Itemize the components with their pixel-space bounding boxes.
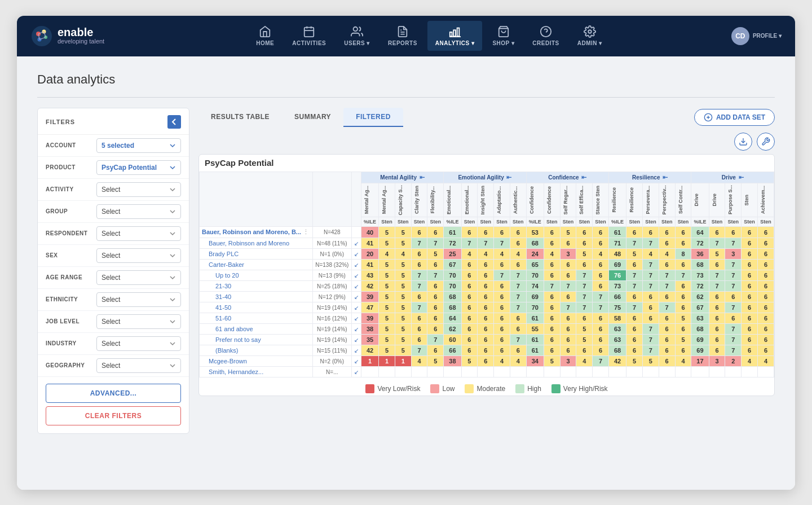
- account-link[interactable]: (Blanks): [215, 347, 238, 354]
- svg-point-23: [588, 30, 592, 33]
- table-row: Prefer not to sayN=19 (14%)↙355567606667…: [200, 335, 774, 345]
- score-cell: [643, 367, 659, 377]
- score-cell: 6: [478, 356, 494, 367]
- tab-summary[interactable]: SUMMARY: [282, 108, 343, 127]
- score-cell: 1: [379, 356, 395, 367]
- account-link[interactable]: Prefer not to say: [215, 336, 261, 343]
- score-cell: 4: [757, 356, 774, 367]
- account-link[interactable]: 31-40: [215, 293, 231, 300]
- clear-filters-button[interactable]: CLEAR FILTERS: [46, 406, 181, 425]
- score-cell: 5: [379, 324, 395, 335]
- nav-item-users[interactable]: USERS ▾: [336, 21, 378, 51]
- download-button[interactable]: [734, 133, 752, 151]
- score-cell: 61: [526, 345, 544, 356]
- chevron-down-icon: [169, 252, 176, 259]
- filter-select-ethnicity[interactable]: Select: [96, 292, 181, 307]
- score-cell: 5: [379, 260, 395, 270]
- score-cell: 6: [478, 227, 494, 238]
- score-cell: 7: [510, 302, 526, 313]
- score-cell: 6: [427, 324, 444, 335]
- account-link[interactable]: Bauer, Robinson and Moreno, B...: [202, 229, 301, 235]
- score-cell: 4: [478, 249, 494, 260]
- score-cell: 6: [659, 260, 675, 270]
- add-dataset-button[interactable]: ADD DATA SET: [694, 109, 775, 126]
- account-link[interactable]: Up to 20: [215, 272, 239, 279]
- advanced-button[interactable]: ADVANCED...: [46, 384, 181, 403]
- row-dir-cell: ↙: [351, 302, 361, 313]
- nav-profile[interactable]: CD PROFILE ▾: [731, 27, 782, 45]
- score-cell: 5: [675, 335, 691, 345]
- filters-collapse-button[interactable]: [167, 115, 181, 129]
- tab-results-table[interactable]: RESULTS TABLE: [198, 108, 282, 127]
- score-cell: 4: [510, 356, 526, 367]
- filter-select-geography[interactable]: Select: [96, 358, 181, 373]
- score-cell: 6: [757, 335, 774, 345]
- score-cell: 7: [626, 302, 643, 313]
- score-cell: 4: [494, 356, 510, 367]
- filter-select-industry[interactable]: Select: [96, 336, 181, 351]
- filter-label-group: GROUP: [46, 208, 96, 214]
- account-link[interactable]: Mcgee-Brown: [209, 358, 247, 365]
- account-link[interactable]: Brady PLC: [209, 251, 239, 257]
- row-n-cell: N=48 (11%): [312, 238, 351, 249]
- nav-item-activities[interactable]: ACTIVITIES: [284, 21, 334, 51]
- group-drive: Drive ⇤: [691, 172, 774, 183]
- nav-item-credits[interactable]: CREDITS: [524, 21, 567, 51]
- row-name-cell: 51-60: [200, 313, 313, 324]
- account-link[interactable]: Bauer, Robinson and Moreno: [209, 240, 289, 247]
- filter-select-job-level[interactable]: Select: [96, 314, 181, 329]
- tab-filtered[interactable]: FILTERED: [343, 108, 403, 127]
- score-cell: 6: [593, 260, 609, 270]
- nav-item-analytics[interactable]: ANALYTICS ▾: [427, 21, 483, 51]
- filter-select-group[interactable]: Select: [96, 204, 181, 219]
- score-cell: 58: [608, 313, 626, 324]
- score-cell: 6: [494, 292, 510, 302]
- score-cell: 6: [593, 270, 609, 281]
- score-cell: 6: [626, 324, 643, 335]
- score-cell: [478, 367, 494, 377]
- nav-item-admin[interactable]: ADMIN ▾: [570, 21, 610, 51]
- settings-button[interactable]: [757, 133, 775, 151]
- score-cell: 67: [691, 302, 709, 313]
- score-cell: 6: [742, 281, 758, 292]
- score-cell: 6: [675, 227, 691, 238]
- score-cell: 25: [444, 249, 461, 260]
- nav-item-shop[interactable]: SHOP ▾: [484, 21, 522, 51]
- score-cell: 6: [461, 260, 478, 270]
- filter-select-activity[interactable]: Select: [96, 182, 181, 197]
- score-cell: [576, 367, 593, 377]
- filter-select-product[interactable]: PsyCap Potential: [96, 160, 181, 175]
- filter-select-sex[interactable]: Select: [96, 248, 181, 263]
- filter-label-age-range: AGE RANGE: [46, 274, 96, 280]
- score-cell: 7: [544, 281, 560, 292]
- score-cell: 7: [576, 270, 593, 281]
- score-cell: 7: [510, 270, 526, 281]
- account-link[interactable]: 61 and above: [215, 326, 253, 332]
- score-cell: 7: [709, 238, 725, 249]
- shop-icon: [497, 25, 510, 38]
- svg-rect-18: [457, 28, 459, 37]
- row-menu[interactable]: ⋮: [303, 229, 309, 235]
- score-cell: 36: [691, 249, 709, 260]
- score-cell: 6: [709, 324, 725, 335]
- account-link[interactable]: 21-30: [215, 283, 231, 289]
- score-cell: 6: [742, 345, 758, 356]
- svg-rect-9: [304, 28, 314, 37]
- score-cell: 6: [461, 335, 478, 345]
- score-cell: 73: [691, 270, 709, 281]
- score-cell: 47: [361, 302, 378, 313]
- filter-select-account[interactable]: 5 selected: [96, 138, 181, 153]
- score-cell: 6: [659, 356, 675, 367]
- account-link[interactable]: 41-50: [215, 304, 231, 311]
- score-cell: 5: [544, 356, 560, 367]
- score-cell: 6: [742, 335, 758, 345]
- account-link[interactable]: 51-60: [215, 315, 231, 322]
- account-link[interactable]: Smith, Hernandez...: [209, 368, 263, 375]
- row-name-cell: Bauer, Robinson and Moreno, B... ⋮: [200, 227, 313, 238]
- filter-row-ethnicity: ETHNICITY Select: [38, 289, 189, 311]
- filter-select-age-range[interactable]: Select: [96, 270, 181, 285]
- nav-item-home[interactable]: HOME: [248, 21, 282, 51]
- filter-select-respondent[interactable]: Select: [96, 226, 181, 241]
- nav-item-reports[interactable]: REPORTS: [380, 21, 425, 51]
- account-link[interactable]: Carter-Baker: [209, 261, 244, 268]
